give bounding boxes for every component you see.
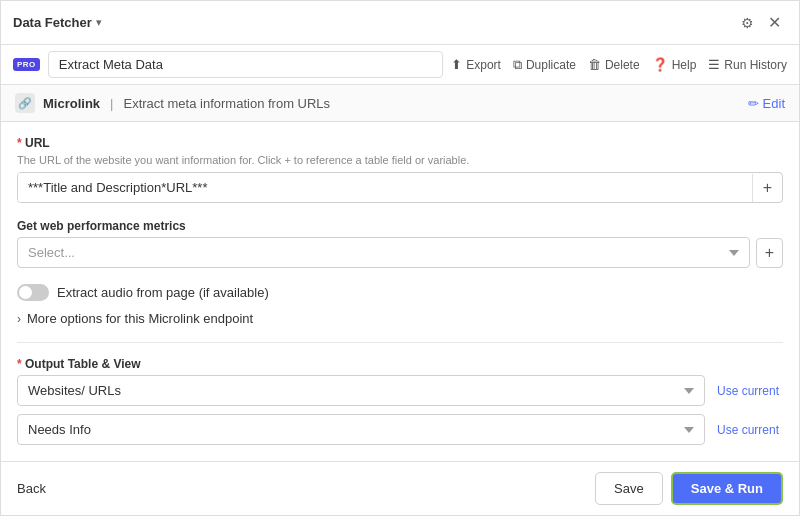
title-bar: Data Fetcher ▾ ⚙ ✕ — [1, 1, 799, 45]
pro-badge: PRO — [13, 58, 40, 71]
export-label: Export — [466, 58, 501, 72]
section-divider — [17, 342, 783, 343]
delete-button[interactable]: 🗑 Delete — [588, 55, 640, 74]
integration-separator: | — [110, 96, 113, 111]
output-field-group: * Output Table & View Websites/ URLs Use… — [17, 357, 783, 445]
output-required-marker: * — [17, 357, 25, 371]
help-button[interactable]: ❓ Help — [652, 55, 697, 74]
gear-icon[interactable]: ⚙ — [735, 11, 760, 35]
url-field-group: * URL The URL of the website you want in… — [17, 136, 783, 203]
run-history-icon: ☰ — [708, 57, 720, 72]
run-history-label: Run History — [724, 58, 787, 72]
title-bar-right: ⚙ ✕ — [735, 9, 787, 36]
output-table-use-current-button[interactable]: Use current — [713, 384, 783, 398]
edit-icon: ✏ — [748, 96, 759, 111]
audio-toggle-label: Extract audio from page (if available) — [57, 285, 269, 300]
more-options-chevron-icon: › — [17, 312, 21, 326]
save-button[interactable]: Save — [595, 472, 663, 505]
duplicate-button[interactable]: ⧉ Duplicate — [513, 55, 576, 75]
main-content: * URL The URL of the website you want in… — [1, 122, 799, 461]
output-view-select[interactable]: Needs Info — [17, 414, 705, 445]
edit-button[interactable]: ✏ Edit — [748, 96, 785, 111]
duplicate-icon: ⧉ — [513, 57, 522, 73]
more-options-label: More options for this Microlink endpoint — [27, 311, 253, 326]
toolbar-actions: ⬆ Export ⧉ Duplicate 🗑 Delete ❓ Help ☰ R… — [451, 55, 787, 75]
web-performance-plus-button[interactable]: + — [756, 238, 783, 268]
more-options-row[interactable]: › More options for this Microlink endpoi… — [17, 311, 783, 326]
help-label: Help — [672, 58, 697, 72]
web-performance-field-group: Get web performance metrics Select... + — [17, 219, 783, 268]
back-button[interactable]: Back — [17, 481, 46, 496]
output-label: * Output Table & View — [17, 357, 783, 371]
export-icon: ⬆ — [451, 57, 462, 72]
url-label: * URL — [17, 136, 783, 150]
url-input-row: ***Title and Description*URL*** + — [17, 172, 783, 203]
integration-icon: 🔗 — [15, 93, 35, 113]
name-input[interactable] — [48, 51, 443, 78]
title-bar-left: Data Fetcher ▾ — [13, 15, 102, 30]
pro-badge-wrapper: PRO — [13, 58, 40, 71]
duplicate-label: Duplicate — [526, 58, 576, 72]
output-view-row: Needs Info Use current — [17, 414, 783, 445]
output-view-use-current-button[interactable]: Use current — [713, 423, 783, 437]
url-description: The URL of the website you want informat… — [17, 154, 783, 166]
web-performance-select[interactable]: Select... — [17, 237, 750, 268]
integration-description: Extract meta information from URLs — [123, 96, 330, 111]
url-value[interactable]: ***Title and Description*URL*** — [18, 173, 752, 202]
integration-header: 🔗 Microlink | Extract meta information f… — [1, 85, 799, 122]
close-icon[interactable]: ✕ — [762, 9, 787, 36]
audio-toggle-row: Extract audio from page (if available) — [17, 284, 783, 301]
export-button[interactable]: ⬆ Export — [451, 55, 501, 74]
edit-label: Edit — [763, 96, 785, 111]
app-title: Data Fetcher — [13, 15, 92, 30]
delete-label: Delete — [605, 58, 640, 72]
integration-name: Microlink — [43, 96, 100, 111]
integration-left: 🔗 Microlink | Extract meta information f… — [15, 93, 330, 113]
url-required-marker: * — [17, 136, 25, 150]
save-run-button[interactable]: Save & Run — [671, 472, 783, 505]
toolbar-row: PRO ⬆ Export ⧉ Duplicate 🗑 Delete ❓ Help… — [1, 45, 799, 85]
output-label-text: Output Table & View — [25, 357, 141, 371]
delete-icon: 🗑 — [588, 57, 601, 72]
audio-toggle[interactable] — [17, 284, 49, 301]
help-icon: ❓ — [652, 57, 668, 72]
integration-icon-symbol: 🔗 — [18, 97, 32, 110]
url-label-text: URL — [25, 136, 50, 150]
web-performance-row: Select... + — [17, 237, 783, 268]
web-performance-label: Get web performance metrics — [17, 219, 783, 233]
footer: Back Save Save & Run — [1, 461, 799, 515]
title-bar-chevron-icon: ▾ — [96, 16, 102, 29]
run-history-button[interactable]: ☰ Run History — [708, 55, 787, 74]
footer-right: Save Save & Run — [595, 472, 783, 505]
output-table-row: Websites/ URLs Use current — [17, 375, 783, 406]
output-table-select[interactable]: Websites/ URLs — [17, 375, 705, 406]
app-window: Data Fetcher ▾ ⚙ ✕ PRO ⬆ Export ⧉ Duplic… — [0, 0, 800, 516]
url-plus-button[interactable]: + — [752, 174, 782, 202]
